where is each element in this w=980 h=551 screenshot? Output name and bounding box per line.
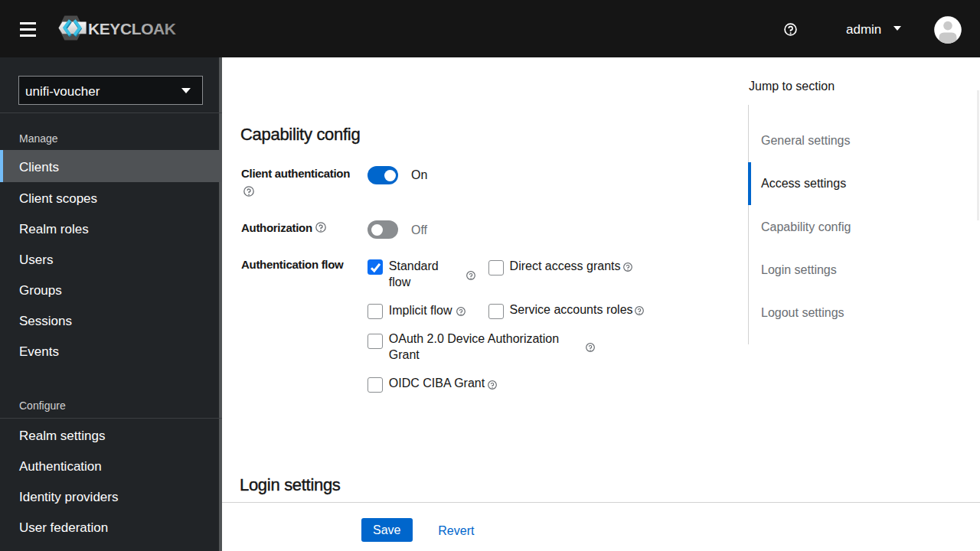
svg-text:KEYCLOAK: KEYCLOAK — [88, 20, 176, 37]
